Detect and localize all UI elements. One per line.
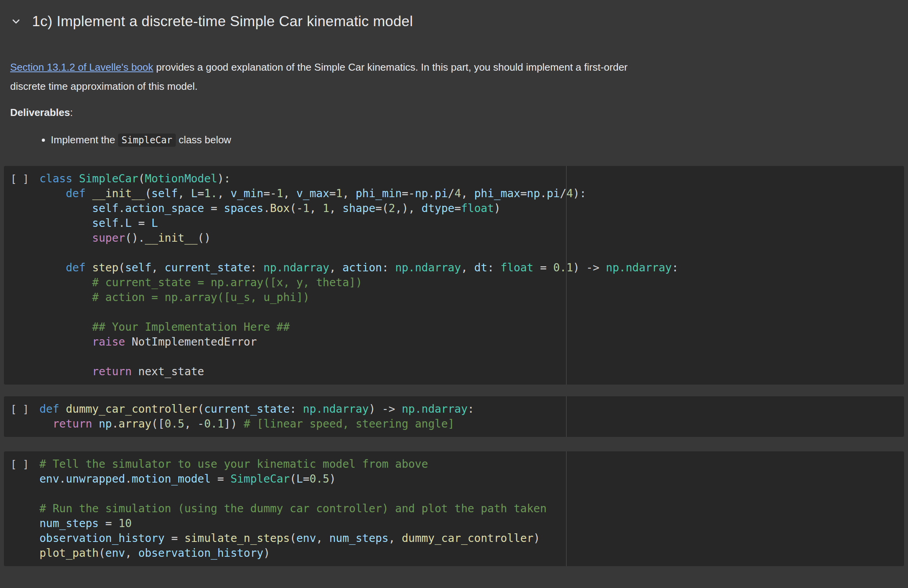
code-line — [39, 246, 896, 260]
code-cell-run-simulation[interactable]: [ ] # Tell the simulator to use your kin… — [4, 451, 904, 566]
code-line: # Tell the simulator to use your kinemat… — [39, 457, 896, 472]
code-line: num_steps = 10 — [39, 516, 896, 531]
code-line: return next_state — [39, 364, 896, 379]
code-editor[interactable]: class SimpleCar(MotionModel): def __init… — [39, 171, 896, 379]
code-line — [39, 486, 896, 501]
list-item: Implement the SimpleCar class below — [51, 130, 885, 150]
deliverables-list: Implement the SimpleCar class below — [10, 130, 885, 150]
code-editor[interactable]: # Tell the simulator to use your kinemat… — [39, 457, 896, 561]
intro-paragraph: Section 13.1.2 of Lavelle's book provide… — [10, 58, 885, 96]
bullet-text-suffix: class below — [176, 134, 231, 146]
code-cells: [ ] class SimpleCar(MotionModel): def __… — [4, 166, 904, 566]
code-line: raise NotImplementedError — [39, 335, 896, 349]
run-cell-button[interactable]: [ ] — [11, 171, 29, 186]
code-cell-dummy-controller[interactable]: [ ] def dummy_car_controller(current_sta… — [4, 396, 904, 437]
code-line: self.action_space = spaces.Box(-1, 1, sh… — [39, 201, 896, 216]
intro-text-line2: discrete time approximation of this mode… — [10, 80, 198, 92]
bullet-text-prefix: Implement the — [51, 134, 118, 146]
notebook-page: 1c) Implement a discrete-time Simple Car… — [0, 0, 908, 566]
code-line: super().__init__() — [39, 231, 896, 246]
code-line: # action = np.array([u_s, u_phi]) — [39, 290, 896, 305]
lavelle-book-link[interactable]: Section 13.1.2 of Lavelle's book — [10, 61, 153, 73]
code-line: def __init__(self, L=1., v_min=-1, v_max… — [39, 186, 896, 201]
code-line: plot_path(env, observation_history) — [39, 546, 896, 561]
section-header: 1c) Implement a discrete-time Simple Car… — [0, 0, 908, 30]
code-line: # current_state = np.array([x, y, theta]… — [39, 275, 896, 290]
code-editor[interactable]: def dummy_car_controller(current_state: … — [39, 402, 896, 431]
code-line: # Run the simulation (using the dummy ca… — [39, 501, 896, 516]
code-line — [39, 305, 896, 320]
code-line: self.L = L — [39, 216, 896, 231]
code-line: def dummy_car_controller(current_state: … — [39, 402, 896, 417]
code-line: observation_history = simulate_n_steps(e… — [39, 531, 896, 546]
section-title: 1c) Implement a discrete-time Simple Car… — [32, 13, 413, 30]
run-cell-button[interactable]: [ ] — [11, 457, 29, 472]
markdown-cell: Section 13.1.2 of Lavelle's book provide… — [10, 58, 885, 150]
code-line — [39, 349, 896, 364]
chevron-down-icon[interactable] — [9, 15, 23, 28]
code-cell-simplecar-class[interactable]: [ ] class SimpleCar(MotionModel): def __… — [4, 166, 904, 385]
code-line: def step(self, current_state: np.ndarray… — [39, 260, 896, 275]
deliverables-colon: : — [70, 107, 73, 118]
inline-code-simplecar: SimpleCar — [118, 134, 176, 147]
run-cell-button[interactable]: [ ] — [11, 402, 29, 417]
code-line: env.unwrapped.motion_model = SimpleCar(L… — [39, 472, 896, 486]
deliverables-heading: Deliverables: — [10, 103, 885, 122]
code-line: return np.array([0.5, -0.1]) # [linear s… — [39, 417, 896, 431]
intro-text: provides a good explanation of the Simpl… — [153, 61, 627, 73]
deliverables-label: Deliverables — [10, 107, 70, 118]
code-line: ## Your Implementation Here ## — [39, 320, 896, 335]
code-line: class SimpleCar(MotionModel): — [39, 171, 896, 186]
